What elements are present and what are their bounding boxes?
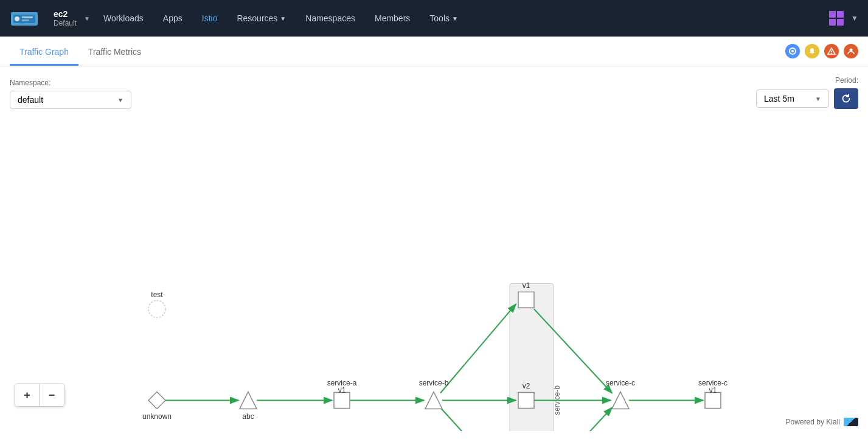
namespace-value: default [18, 95, 43, 105]
node-service-a [334, 393, 350, 409]
period-label: Period: [835, 76, 858, 85]
nav-workloads[interactable]: Workloads [95, 9, 152, 28]
namespace-section: Namespace: default ▼ [10, 79, 131, 109]
svg-rect-11 [811, 53, 813, 54]
period-controls: Last 5m ▼ [756, 88, 858, 109]
nav-istio[interactable]: Istio [193, 9, 226, 28]
grid-icon[interactable] [827, 9, 846, 28]
nav-resources[interactable]: Resources ▼ [228, 9, 294, 28]
bell-icon[interactable] [805, 44, 819, 58]
period-select[interactable]: Last 5m ▼ [756, 90, 829, 108]
tab-icons [785, 37, 858, 66]
node-v2-label: v2 [523, 382, 530, 390]
namespace-label: Namespace: [10, 79, 131, 87]
node-service-a-sublabel: v1 [338, 386, 346, 395]
tabs-bar: Traffic Graph Traffic Metrics [0, 37, 868, 66]
powered-by-text: Powered by Kiali [786, 418, 840, 426]
svg-rect-4 [22, 19, 29, 21]
node-unknown-label: unknown [142, 412, 172, 421]
powered-by: Powered by Kiali [786, 418, 858, 426]
cluster-selector[interactable]: ec2 Default ▼ [49, 7, 95, 30]
tab-traffic-metrics[interactable]: Traffic Metrics [78, 37, 151, 66]
svg-rect-8 [837, 19, 844, 26]
nav-items: Workloads Apps Istio Resources ▼ Namespa… [95, 9, 827, 28]
nav-apps[interactable]: Apps [155, 9, 191, 28]
node-v2 [518, 393, 534, 409]
nav-tools[interactable]: Tools ▼ [421, 9, 467, 28]
svg-point-14 [831, 53, 832, 54]
logo-area [10, 7, 39, 29]
node-service-b-entry [425, 392, 442, 409]
svg-point-2 [15, 16, 19, 21]
node-unknown [148, 392, 165, 409]
header-dropdown-icon[interactable]: ▼ [851, 14, 858, 23]
logo-icon [10, 7, 39, 29]
node-service-c-label: service-c [606, 379, 635, 387]
namespace-select[interactable]: default ▼ [10, 91, 131, 109]
node-service-c-v1 [705, 393, 721, 409]
cluster-name: ec2 [54, 9, 77, 19]
node-test [148, 301, 165, 318]
zoom-in-button[interactable]: + [15, 384, 40, 406]
user-icon[interactable] [844, 44, 858, 58]
svg-rect-7 [829, 19, 836, 26]
node-service-c [612, 392, 629, 409]
toggle-blue-icon[interactable] [785, 44, 800, 58]
zoom-controls: + − [15, 384, 64, 407]
svg-point-10 [791, 50, 794, 52]
svg-line-22 [440, 408, 516, 432]
node-service-c-v1-sublabel: v1 [709, 386, 717, 395]
alert-icon[interactable] [824, 44, 839, 58]
svg-rect-6 [837, 11, 844, 18]
header-right: ▼ [827, 9, 858, 28]
refresh-button[interactable] [834, 88, 858, 109]
cluster-default: Default [54, 19, 77, 27]
resources-chevron-icon: ▼ [280, 15, 286, 22]
kiali-icon [844, 418, 858, 426]
period-chevron-icon: ▼ [815, 96, 821, 102]
namespace-chevron-icon: ▼ [117, 97, 123, 104]
zoom-out-button[interactable]: − [40, 384, 64, 406]
graph-area[interactable]: service-b unknown abc [0, 114, 868, 431]
svg-rect-5 [829, 11, 836, 18]
period-section: Period: Last 5m ▼ [756, 76, 858, 109]
header: ec2 Default ▼ Workloads Apps Istio Resou… [0, 0, 868, 37]
node-v1 [518, 292, 534, 308]
node-service-b-label: service-b [419, 379, 449, 387]
controls-bar: Namespace: default ▼ Period: Last 5m ▼ [0, 66, 868, 114]
nav-namespaces[interactable]: Namespaces [297, 9, 364, 28]
traffic-graph-svg: service-b unknown abc [0, 114, 868, 431]
node-test-label: test [151, 290, 163, 299]
nav-members[interactable]: Members [366, 9, 418, 28]
cluster-chevron-icon: ▼ [84, 15, 90, 22]
node-v1-label: v1 [523, 281, 530, 290]
period-value: Last 5m [764, 94, 794, 104]
tools-chevron-icon: ▼ [452, 15, 458, 22]
node-abc-label: abc [242, 412, 254, 421]
svg-line-20 [440, 304, 516, 393]
svg-rect-3 [22, 16, 33, 18]
tab-traffic-graph[interactable]: Traffic Graph [10, 37, 78, 66]
node-abc [240, 392, 257, 409]
